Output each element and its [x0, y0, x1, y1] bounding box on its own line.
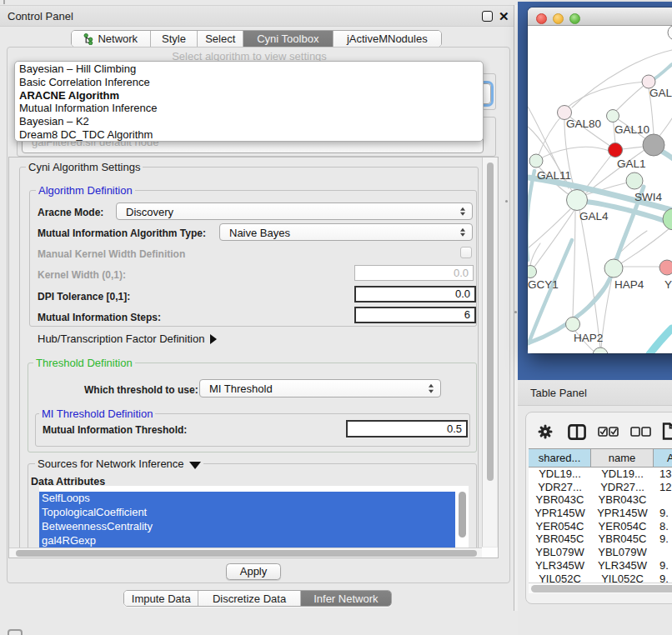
table-row[interactable]: YDL19...YDL19...13 [529, 468, 672, 481]
tab-cyni-toolbox[interactable]: Cyni Toolbox [243, 31, 333, 47]
close-icon[interactable]: ✕ [499, 9, 509, 24]
tab-impute-data[interactable]: Impute Data [124, 591, 198, 606]
tab-network[interactable]: Network [72, 31, 151, 47]
network-edge[interactable] [579, 210, 600, 348]
sources-title[interactable]: Sources for Network Inference [35, 458, 203, 470]
zoom-traffic-light-icon[interactable] [569, 13, 580, 24]
network-node[interactable] [643, 134, 664, 156]
checked-columns-icon[interactable] [598, 427, 619, 437]
settings-scrollpane: Cyni Algorithm Settings Algorithm Defini… [8, 157, 499, 558]
network-node[interactable] [668, 26, 672, 40]
network-canvas[interactable]: GALGAL80GAL10GAL1GAL11SWI4GAL4GCY1HAP4YH… [528, 26, 672, 353]
mi-threshold-label: Mutual Information Threshold: [43, 424, 187, 436]
table-cell: 8. [654, 520, 672, 533]
network-edge[interactable] [658, 118, 672, 138]
network-node-hap2[interactable] [566, 318, 580, 332]
table-row[interactable]: YDR27...YDR27...12 [529, 481, 672, 494]
minimize-traffic-light-icon[interactable] [553, 13, 564, 24]
network-node[interactable] [593, 348, 608, 353]
network-edge[interactable] [530, 243, 540, 266]
attribute-list-item[interactable]: TopologicalCoefficient [39, 506, 455, 520]
tab-infer-network[interactable]: Infer Network [301, 591, 391, 606]
tab-select[interactable]: Select [198, 31, 243, 47]
table-row[interactable]: YPR145WYPR145W9. [529, 507, 672, 520]
manual-kernel-checkbox[interactable] [460, 247, 472, 258]
network-node-swi4[interactable] [626, 172, 643, 189]
menu-item[interactable]: Dream8 DC_TDC Algorithm [15, 128, 483, 142]
hub-section-header[interactable]: Hub/Transcription Factor Definition [38, 332, 217, 345]
table-cell: YPR145W [591, 507, 654, 520]
attribute-list-item[interactable]: SelfLoops [39, 492, 455, 506]
column-header[interactable]: shared... [529, 449, 591, 467]
kernel-width-field[interactable]: 0.0 [354, 265, 474, 281]
unchecked-columns-icon[interactable] [630, 427, 651, 437]
algorithm-dropdown-menu: Bayesian – Hill ClimbingBasic Correlatio… [14, 61, 484, 142]
network-edge[interactable] [534, 210, 574, 267]
file-icon[interactable] [662, 422, 672, 440]
tab-style[interactable]: Style [151, 31, 198, 47]
network-edge[interactable] [528, 171, 534, 260]
close-traffic-light-icon[interactable] [536, 13, 547, 24]
data-attributes-list[interactable]: SelfLoopsTopologicalCoefficientBetweenne… [39, 486, 469, 548]
gear-icon[interactable] [538, 424, 553, 439]
network-edge[interactable] [621, 228, 669, 263]
table-row[interactable]: YER054CYER054C8. [529, 520, 672, 533]
network-edge[interactable] [573, 210, 575, 318]
network-node-gal10[interactable] [607, 110, 619, 122]
table-hscrollbar[interactable] [529, 582, 672, 593]
cytopanel-corner-icon[interactable] [8, 629, 23, 635]
dpi-tolerance-field[interactable]: 0.0 [354, 286, 476, 302]
network-edge[interactable] [622, 147, 644, 149]
network-edge[interactable] [649, 328, 672, 353]
mi-threshold-field[interactable]: 0.5 [346, 420, 468, 438]
attribute-list-item[interactable]: gal4RGexp [39, 534, 455, 548]
mi-algorithm-type-combobox[interactable]: Naive Bayes [219, 223, 473, 241]
apply-button[interactable]: Apply [226, 563, 281, 580]
table-header-row: shared...nameA [529, 448, 672, 468]
split-view-icon[interactable] [568, 424, 586, 440]
tab-discretize-data[interactable]: Discretize Data [198, 591, 300, 606]
network-node-gal4[interactable] [567, 190, 588, 211]
table-row[interactable]: YBR043CYBR043C [529, 493, 672, 507]
list-scrollbar-thumb[interactable] [459, 492, 466, 538]
settings-vscrollbar[interactable] [482, 158, 497, 547]
network-window-titlebar[interactable] [528, 8, 672, 26]
menu-item[interactable]: ARACNE Algorithm [15, 89, 483, 102]
table-row[interactable]: YBL079WYBL079W [529, 546, 672, 559]
aracne-mode-combobox[interactable]: Discovery [116, 202, 473, 220]
network-edge[interactable] [566, 82, 649, 108]
which-threshold-combobox[interactable]: MI Threshold [199, 379, 441, 398]
table-hscrollbar-thumb[interactable] [531, 585, 672, 592]
menu-item[interactable]: Bayesian – Hill Climbing [15, 62, 483, 76]
table-row[interactable]: YLR345WYLR345W9. [529, 559, 672, 572]
network-node-gal1[interactable] [609, 143, 623, 158]
combo-arrows-icon [460, 228, 466, 237]
menu-item[interactable]: Basic Correlation Inference [15, 76, 483, 89]
settings-hscrollbar-thumb[interactable] [16, 550, 477, 557]
network-node-y[interactable] [659, 260, 672, 275]
network-edge[interactable] [529, 240, 572, 343]
network-node-hap4[interactable] [604, 259, 623, 278]
network-edge[interactable] [528, 209, 570, 248]
table-row[interactable]: YBR045CYBR045C9. [529, 532, 672, 546]
float-window-icon[interactable] [482, 11, 493, 22]
column-header[interactable]: A [654, 449, 672, 467]
mi-steps-field[interactable]: 6 [354, 307, 476, 323]
menu-item[interactable]: Mutual Information Inference [15, 102, 483, 115]
node-label: GCY1 [528, 278, 559, 291]
node-attribute-table[interactable]: shared...nameAYDL19...YDL19...13YDR27...… [529, 448, 672, 585]
network-node-gcy1[interactable] [528, 266, 537, 278]
network-node-gal11[interactable] [529, 154, 543, 168]
right-dock: GALGAL80GAL10GAL1GAL11SWI4GAL4GCY1HAP4YH… [518, 0, 672, 635]
tab-jactivemnodules[interactable]: jActiveMNodules [333, 31, 441, 47]
table-cell: YLR345W [591, 559, 654, 572]
menu-item[interactable]: Bayesian – K2 [15, 115, 483, 128]
attribute-list-item[interactable]: BetweennessCentrality [39, 520, 455, 534]
settings-hscrollbar[interactable] [9, 548, 482, 558]
tab-label: jActiveMNodules [347, 32, 428, 45]
table-cell: 9. [654, 532, 672, 546]
node-label: GAL10 [614, 123, 649, 136]
network-node[interactable] [663, 208, 672, 230]
column-header[interactable]: name [591, 449, 654, 467]
settings-vscrollbar-thumb[interactable] [487, 162, 494, 481]
